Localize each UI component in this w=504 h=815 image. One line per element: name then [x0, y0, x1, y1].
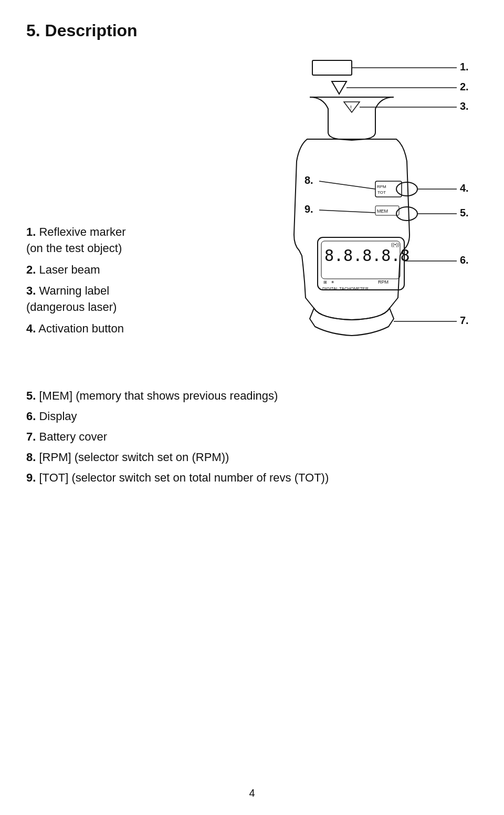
svg-marker-3 — [332, 81, 346, 94]
svg-text:8.: 8. — [304, 174, 313, 186]
svg-text:MEM: MEM — [377, 208, 388, 214]
tachometer-diagram: 1. 2. ! 3. RPM — [189, 51, 504, 419]
svg-rect-0 — [312, 60, 352, 75]
svg-text:8.8.8.8.8: 8.8.8.8.8 — [324, 246, 410, 265]
label-item-1: 1. Reflexive marker(on the test object) — [26, 224, 189, 257]
label-item-4: 4. Activation button — [26, 321, 189, 337]
label-item-3: 3. Warning label(dangerous laser) — [26, 283, 189, 316]
label-item-7: 7. Battery cover — [26, 428, 478, 445]
svg-marker-6 — [344, 102, 360, 112]
svg-text:DIGITAL    TACHOMETER: DIGITAL TACHOMETER — [322, 286, 369, 291]
svg-text:!: ! — [350, 105, 352, 111]
label-item-9: 9. [TOT] (selector switch set on total n… — [26, 469, 478, 486]
svg-text:⊞: ⊞ — [323, 280, 327, 285]
svg-text:4.: 4. — [460, 182, 469, 194]
svg-text:5.: 5. — [460, 207, 469, 218]
svg-line-24 — [319, 210, 375, 213]
svg-point-20 — [396, 207, 417, 221]
label-item-2: 2. Laser beam — [26, 262, 189, 278]
svg-text:9.: 9. — [304, 203, 313, 215]
svg-line-17 — [319, 181, 375, 189]
page-container: 5. Description 1. Reflexive marker(on th… — [0, 0, 504, 815]
svg-point-13 — [396, 182, 417, 196]
page-title: 5. Description — [26, 21, 478, 40]
svg-text:7.: 7. — [460, 315, 469, 326]
svg-text:RPM: RPM — [378, 279, 388, 285]
page-number: 4 — [249, 787, 255, 799]
label-item-8: 8. [RPM] (selector switch set on (RPM)) — [26, 448, 478, 466]
svg-text:☀: ☀ — [331, 280, 334, 285]
svg-text:3.: 3. — [460, 100, 469, 112]
svg-text:((•)): ((•)) — [391, 242, 399, 247]
svg-text:TOT: TOT — [377, 190, 386, 195]
svg-text:RPM: RPM — [377, 184, 386, 189]
svg-text:1.: 1. — [460, 61, 469, 72]
svg-text:6.: 6. — [460, 254, 469, 266]
svg-text:2.: 2. — [460, 81, 469, 92]
